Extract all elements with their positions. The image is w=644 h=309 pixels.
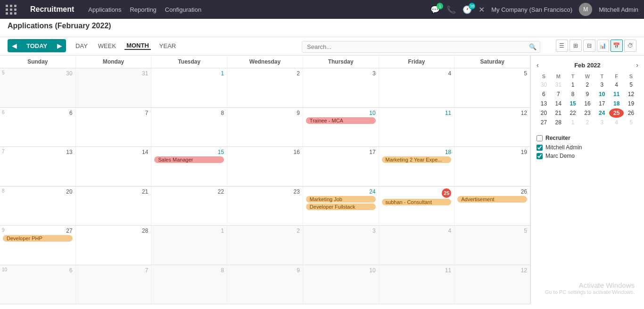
cal-cell-w1d0[interactable]: 66 [0,108,76,147]
mini-date-w4d4[interactable]: 3 [594,118,609,127]
phone-icon[interactable]: 📞 [446,5,456,14]
event-w3d4-1[interactable]: Developer Fullstack [306,203,376,210]
cal-cell-w4d6[interactable]: 5 [454,226,530,265]
mini-date-w2d4[interactable]: 17 [594,99,609,108]
day-num-w1d4[interactable]: 10 [306,110,376,116]
mini-date-w2d3[interactable]: 16 [580,99,595,108]
event-w3d5-0[interactable]: subhan - Consultant [382,199,452,205]
event-w2d5-0[interactable]: Marketing 2 Year Expe... [382,156,452,163]
next-month-button[interactable]: ▶ [53,39,66,52]
mini-date-w4d0[interactable]: 27 [537,118,551,127]
cal-cell-w1d5[interactable]: 11 [379,108,455,147]
mini-date-w0d1[interactable]: 31 [551,80,566,89]
mini-date-w4d5[interactable]: 4 [609,118,624,127]
cal-cell-w5d3[interactable]: 9 [227,265,303,304]
mini-date-w2d0[interactable]: 13 [537,99,551,108]
event-w1d4-0[interactable]: Trainee - MCA [306,117,376,124]
mitchell-checkbox[interactable] [537,145,543,151]
kanban-view-btn[interactable]: ⊞ [570,40,582,52]
mini-date-w3d6[interactable]: 26 [624,108,638,118]
event-w3d4-0[interactable]: Marketing Job [306,196,376,203]
today-circle-w3d5[interactable]: 25 [442,188,451,198]
menu-configuration[interactable]: Configuration [165,6,201,13]
cal-cell-w5d2[interactable]: 8 [151,265,227,304]
cal-cell-w5d6[interactable]: 12 [454,265,530,304]
chat-icon[interactable]: 💬 1 [430,5,440,14]
cal-cell-w3d4[interactable]: 24Marketing JobDeveloper Fullstack [303,187,379,226]
list-view-btn[interactable]: ☰ [556,40,568,52]
cal-cell-w5d5[interactable]: 11 [379,265,455,304]
mini-date-w2d6[interactable]: 19 [624,99,638,108]
cal-cell-w1d4[interactable]: 10Trainee - MCA [303,108,379,147]
day-num-w3d4[interactable]: 24 [306,188,376,195]
cal-cell-w4d5[interactable]: 4 [379,226,455,265]
view-month[interactable]: MONTH [124,42,151,50]
mini-date-w0d6[interactable]: 5 [624,80,638,89]
mini-date-w3d1[interactable]: 21 [551,108,566,118]
mini-date-w3d2[interactable]: 22 [566,108,580,118]
mini-date-w2d1[interactable]: 14 [551,99,566,108]
cal-cell-w2d2[interactable]: 15Sales Manager [151,147,227,186]
cal-cell-w2d6[interactable]: 19 [454,147,530,186]
mini-date-w1d3[interactable]: 9 [580,89,595,99]
cal-cell-w0d6[interactable]: 5 [454,68,530,107]
cal-cell-w4d3[interactable]: 2 [227,226,303,265]
cal-cell-w0d5[interactable]: 4 [379,68,455,107]
mini-date-w3d4[interactable]: 24 [594,108,609,118]
event-w2d2-0[interactable]: Sales Manager [154,156,224,163]
mini-date-w2d5[interactable]: 18 [609,99,624,108]
cal-cell-w0d4[interactable]: 3 [303,68,379,107]
menu-applications[interactable]: Applications [88,6,121,13]
recruiter-main-checkbox[interactable] [537,135,543,141]
activity-icon[interactable]: 🕐 38 [462,5,472,14]
apps-grid[interactable] [6,5,17,15]
mini-date-w0d3[interactable]: 2 [580,80,595,89]
mini-next-btn[interactable]: › [636,61,638,69]
cal-cell-w3d3[interactable]: 23 [227,187,303,226]
cal-cell-w1d2[interactable]: 8 [151,108,227,147]
cal-cell-w4d1[interactable]: 28 [76,226,152,265]
cal-cell-w0d3[interactable]: 2 [227,68,303,107]
cal-cell-w3d6[interactable]: 26Advertisement [454,187,530,226]
cal-cell-w2d0[interactable]: 713 [0,147,76,186]
mini-date-w1d2[interactable]: 8 [566,89,580,99]
mini-date-w3d5[interactable]: 25 [609,108,624,118]
mini-date-w1d1[interactable]: 7 [551,89,566,99]
cal-cell-w3d0[interactable]: 820 [0,187,76,226]
mini-date-w0d4[interactable]: 3 [594,80,609,89]
mini-date-w1d6[interactable]: 12 [624,89,638,99]
activity-view-btn[interactable]: ⏱ [624,40,636,52]
mini-date-w0d2[interactable]: 1 [566,80,580,89]
cal-cell-w3d2[interactable]: 22 [151,187,227,226]
user-avatar[interactable]: M [579,3,592,16]
search-input[interactable] [302,41,540,53]
mini-date-w4d3[interactable]: 2 [580,118,595,127]
mini-date-w3d0[interactable]: 20 [537,108,551,118]
chart-view-btn[interactable]: 📊 [597,40,609,52]
day-num-w1d5[interactable]: 11 [382,110,452,116]
marc-checkbox[interactable] [537,153,543,159]
day-num-w2d5[interactable]: 18 [382,149,452,155]
grid-view-btn[interactable]: ⊟ [583,40,595,52]
prev-month-button[interactable]: ◀ [8,39,21,52]
cal-cell-w4d0[interactable]: 927Developer PHP [0,226,76,265]
cal-cell-w0d1[interactable]: 31 [76,68,152,107]
cal-cell-w5d4[interactable]: 10 [303,265,379,304]
cal-cell-w3d5[interactable]: 25subhan - Consultant [379,187,455,226]
mini-date-w3d3[interactable]: 23 [580,108,595,118]
mini-date-w4d1[interactable]: 28 [551,118,566,127]
cal-cell-w4d4[interactable]: 3 [303,226,379,265]
cal-cell-w1d1[interactable]: 7 [76,108,152,147]
mini-date-w1d4[interactable]: 10 [594,89,609,99]
mini-date-w1d0[interactable]: 6 [537,89,551,99]
view-week[interactable]: WEEK [96,42,118,49]
cal-cell-w5d0[interactable]: 106 [0,265,76,304]
cal-cell-w3d1[interactable]: 21 [76,187,152,226]
day-num-w2d2[interactable]: 15 [154,149,224,155]
mini-date-w4d6[interactable]: 5 [624,118,638,127]
cal-cell-w2d4[interactable]: 17 [303,147,379,186]
view-day[interactable]: DAY [74,42,90,49]
mini-date-w4d2[interactable]: 1 [566,118,580,127]
mini-date-w0d5[interactable]: 4 [609,80,624,89]
cal-cell-w4d2[interactable]: 1 [151,226,227,265]
